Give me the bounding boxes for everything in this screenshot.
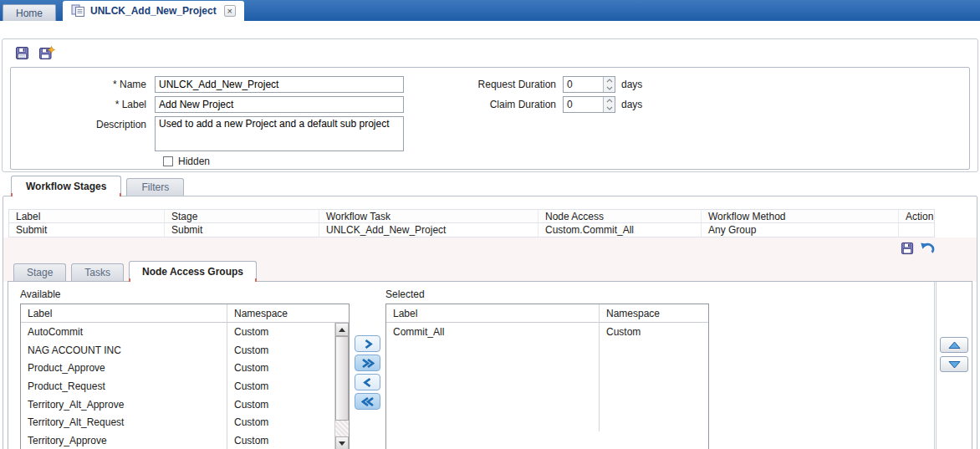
claim-duration-suffix: days: [621, 99, 642, 110]
table-header-row: Label Stage Workflow Task Node Access Wo…: [9, 210, 934, 223]
cell-node-access: Custom.Commit_All: [538, 223, 702, 237]
available-section: Available Label Namespace AutoCommit Cus…: [20, 288, 350, 449]
item-label: Territory_Approve: [21, 431, 227, 449]
move-selected-left-button[interactable]: [355, 374, 380, 390]
move-all-left-button[interactable]: [355, 393, 380, 410]
claim-duration-label: Claim Duration: [476, 99, 563, 110]
name-input[interactable]: [155, 76, 404, 93]
row-undo-button[interactable]: [920, 241, 935, 256]
cell-action: [899, 223, 934, 237]
window-tab-bar: Home UNLCK_Add_New_Project ×: [0, 0, 980, 21]
tab-current-document[interactable]: UNLCK_Add_New_Project ×: [63, 1, 244, 21]
list-item[interactable]: Territory_Alt_Approve Custom: [21, 395, 334, 414]
move-selected-right-button[interactable]: [355, 335, 380, 352]
item-label: Territory_Alt_Approve: [21, 395, 227, 414]
available-title: Available: [20, 288, 350, 302]
table-row[interactable]: Submit Submit UNLCK_Add_New_Project Cust…: [9, 223, 934, 237]
request-duration-value[interactable]: 0: [564, 77, 603, 92]
spin-down-button[interactable]: [604, 84, 615, 92]
list-item[interactable]: Territory_Alt_Request Custom: [21, 413, 334, 431]
triangle-up-icon: [339, 328, 345, 332]
workflow-stages-table: Label Stage Workflow Task Node Access Wo…: [8, 209, 935, 237]
scroll-thumb[interactable]: [335, 336, 349, 421]
tab-tasks-label: Tasks: [84, 267, 110, 278]
item-namespace: Custom: [599, 323, 708, 431]
duration-fields: Request Duration 0 days: [476, 76, 642, 116]
list-item[interactable]: AutoCommit Custom: [21, 323, 334, 341]
row-save-button[interactable]: [900, 241, 915, 256]
request-duration-stepper[interactable]: 0: [563, 76, 615, 93]
save-as-button[interactable]: [38, 45, 55, 62]
double-chevron-left-icon: [361, 396, 375, 407]
col-header-label[interactable]: Label: [9, 210, 165, 222]
reorder-buttons: [937, 282, 972, 449]
item-label: NAG ACCOUNT INC: [21, 341, 227, 360]
tab-stage[interactable]: Stage: [13, 263, 66, 281]
label-label: * Label: [11, 96, 155, 110]
workflow-stages-panel: Label Stage Workflow Task Node Access Wo…: [3, 196, 977, 449]
list-item[interactable]: Product_Approve Custom: [21, 359, 334, 377]
claim-duration-stepper[interactable]: 0: [563, 96, 615, 113]
cell-workflow-method: Any Group: [702, 223, 899, 237]
hidden-label: Hidden: [178, 156, 210, 167]
triangle-down-icon: [339, 441, 345, 446]
available-col-header-label: Label: [21, 304, 227, 322]
panel-spacer: [709, 282, 934, 449]
tab-current-label: UNLCK_Add_New_Project: [90, 5, 217, 17]
tab-home[interactable]: Home: [3, 4, 56, 21]
definition-panel: * Name * Label Description Used to add a…: [2, 38, 978, 172]
list-item[interactable]: Territory_Approve Custom: [21, 431, 334, 449]
col-header-node-access[interactable]: Node Access: [538, 210, 702, 222]
chevron-left-icon: [363, 377, 373, 388]
triangle-up-icon: [948, 341, 961, 350]
list-item[interactable]: Product_Request Custom: [21, 377, 334, 395]
tab-filters[interactable]: Filters: [126, 178, 184, 196]
scroll-track[interactable]: [335, 421, 349, 436]
main-toolbar: [3, 39, 977, 67]
col-header-stage[interactable]: Stage: [165, 210, 319, 222]
scrollbar[interactable]: [334, 323, 349, 449]
chevron-right-icon: [363, 339, 373, 350]
spin-up-button[interactable]: [604, 97, 615, 105]
hidden-checkbox[interactable]: [163, 156, 173, 166]
list-header: Label Namespace: [21, 304, 349, 323]
description-input[interactable]: Used to add a new Project and a default …: [155, 116, 404, 151]
col-header-action[interactable]: Action: [899, 210, 934, 222]
spin-down-button[interactable]: [604, 105, 615, 112]
move-all-right-button[interactable]: [355, 355, 380, 371]
move-up-button[interactable]: [940, 337, 968, 353]
col-header-workflow-method[interactable]: Workflow Method: [702, 210, 899, 222]
selected-title: Selected: [385, 288, 709, 302]
shuttle-buttons: [355, 335, 381, 449]
document-icon: [71, 4, 85, 18]
section-tab-bar: Workflow Stages Filters: [11, 176, 980, 196]
tab-node-access-groups[interactable]: Node Access Groups: [129, 261, 257, 282]
cell-stage: Submit: [165, 223, 319, 237]
double-chevron-right-icon: [361, 358, 375, 369]
save-button[interactable]: [13, 45, 30, 62]
item-namespace: Custom: [227, 395, 334, 414]
save-icon: [15, 46, 29, 60]
tab-tasks[interactable]: Tasks: [71, 263, 124, 281]
name-label: * Name: [11, 76, 155, 90]
item-label: Product_Request: [21, 377, 227, 395]
item-label: Territory_Alt_Request: [21, 413, 227, 431]
tab-close-button[interactable]: ×: [224, 5, 236, 17]
move-down-button[interactable]: [940, 356, 968, 372]
scroll-down-button[interactable]: [335, 436, 349, 449]
request-duration-label: Request Duration: [476, 79, 563, 90]
col-header-workflow-task[interactable]: Workflow Task: [319, 210, 538, 222]
list-item[interactable]: Commit_All Custom: [386, 323, 708, 341]
list-item[interactable]: NAG ACCOUNT INC Custom: [21, 341, 334, 360]
selected-list: Label Namespace Commit_All Custom: [385, 304, 709, 449]
item-namespace: Custom: [227, 377, 334, 395]
item-label: Commit_All: [386, 323, 599, 341]
close-icon: ×: [227, 6, 232, 16]
claim-duration-value[interactable]: 0: [564, 97, 603, 112]
stage-detail-tab-strip: Stage Tasks Node Access Groups: [3, 259, 977, 282]
tab-workflow-stages[interactable]: Workflow Stages: [11, 176, 121, 196]
row-action-bar: [3, 237, 977, 259]
label-input[interactable]: [155, 96, 404, 113]
scroll-up-button[interactable]: [335, 323, 349, 336]
spin-up-button[interactable]: [604, 77, 615, 84]
